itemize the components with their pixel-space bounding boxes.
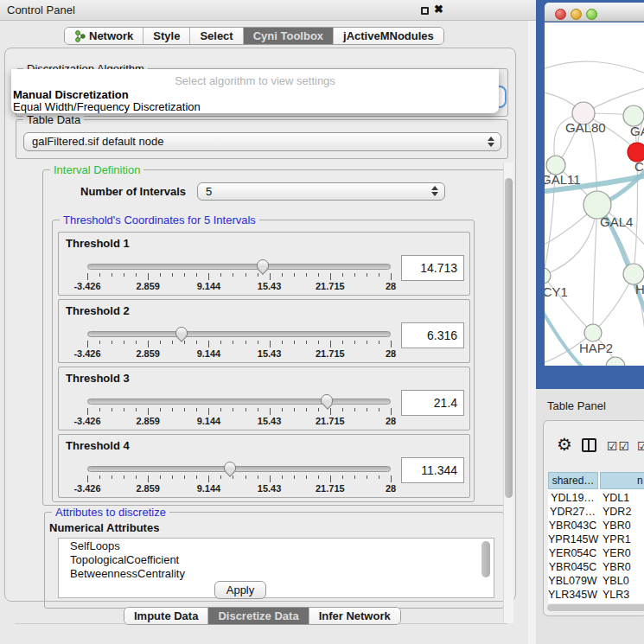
threshold-label: Threshold 4 — [66, 439, 130, 452]
table-row-YDL19[interactable]: YDL19…YDL1 — [548, 491, 644, 505]
interval-definition-group-title: Interval Definition — [50, 163, 143, 176]
gear-icon[interactable]: ⚙ — [557, 434, 572, 455]
combo-updown-icon — [431, 186, 438, 196]
tab-network[interactable]: Network — [65, 28, 143, 44]
slider-ticks — [87, 408, 391, 416]
tab-label: jActiveMNodules — [343, 29, 434, 42]
thresholds-group: Threshold's Coordinates for 5 Intervals … — [52, 220, 475, 502]
network-canvas[interactable]: GAL80GACGAL11GAL4GCY1HHAP2 — [545, 22, 644, 366]
slider-thumb[interactable] — [175, 327, 188, 337]
slider-thumb[interactable] — [224, 462, 236, 472]
network-node-label: GAL11 — [545, 172, 581, 187]
cell-name: YBL0 — [603, 574, 629, 588]
threshold-block-4: Threshold 4-3.4262.8599.14415.4321.71528… — [58, 434, 470, 498]
close-icon[interactable]: ✖ — [434, 3, 443, 16]
cell-shared-name: YLR345W — [548, 588, 597, 602]
numerical-attributes-list[interactable]: SelfLoopsTopologicalCoefficientBetweenne… — [58, 538, 494, 598]
tab-impute-data[interactable]: Impute Data — [124, 608, 208, 624]
slider-track[interactable] — [87, 466, 391, 472]
table-data-combo-value: galFiltered.sif default node — [32, 135, 163, 148]
panel-divider — [528, 0, 536, 644]
threshold-label: Threshold 3 — [66, 372, 130, 385]
columns-icon[interactable] — [582, 438, 596, 452]
tab-label: Network — [89, 29, 133, 42]
tab-label: Discretize Data — [218, 609, 298, 622]
mac-minimize-button[interactable] — [571, 9, 582, 20]
threshold-value-field[interactable]: 14.713 — [401, 255, 464, 281]
threshold-value-field[interactable]: 21.4 — [401, 390, 464, 416]
table-row-YBL079W[interactable]: YBL079WYBL0 — [548, 574, 644, 588]
settings-scrollbar-thumb[interactable] — [505, 178, 513, 498]
node-table: shared… n… YDL19…YDL1YDR27…YDR2YBR043CYB… — [548, 472, 644, 603]
float-window-icon[interactable] — [421, 7, 429, 15]
algorithm-popup-item-equal-width[interactable]: Equal Width/Frequency Discretization — [13, 100, 201, 113]
slider-scale-labels: -3.4262.8599.14415.4321.71528 — [87, 416, 391, 426]
threshold-value-field[interactable]: 6.316 — [401, 322, 464, 348]
table-h-scrollbar-thumb[interactable] — [547, 604, 644, 611]
tab-discretize-data[interactable]: Discretize Data — [208, 608, 309, 624]
table-h-scrollbar[interactable] — [545, 603, 644, 613]
table-data-combo[interactable]: galFiltered.sif default node — [23, 132, 501, 151]
tab-label: Style — [153, 29, 180, 42]
apply-button[interactable]: Apply — [214, 581, 266, 599]
tab-infer-network[interactable]: Infer Network — [309, 608, 400, 624]
network-node-label: GCY1 — [545, 284, 568, 299]
attribute-item-selfloops[interactable]: SelfLoops — [59, 539, 494, 552]
slider-thumb[interactable] — [321, 394, 333, 405]
network-node-label: GA — [630, 124, 644, 138]
number-of-intervals-combo[interactable]: 5 — [197, 182, 445, 201]
mac-zoom-button[interactable] — [586, 9, 597, 20]
number-of-intervals-value: 5 — [206, 185, 212, 198]
tab-jactivemnodules[interactable]: jActiveMNodules — [334, 28, 443, 44]
table-row-YLR345W[interactable]: YLR345WYLR3 — [548, 588, 644, 602]
table-row-YBR043C[interactable]: YBR043CYBR0 — [548, 519, 644, 532]
slider-track[interactable] — [87, 331, 391, 337]
network-node-label: C — [634, 159, 644, 174]
select-all-checkbox-icon[interactable]: ☑☑ — [607, 439, 630, 453]
tab-select[interactable]: Select — [190, 28, 243, 44]
cell-shared-name: YBL079W — [548, 574, 597, 588]
attributes-list-scrollbar[interactable] — [481, 541, 490, 577]
table-row-YBR045C[interactable]: YBR045CYBR0 — [548, 560, 644, 574]
slider-thumb[interactable] — [257, 259, 269, 270]
clipped-checkbox-icon[interactable]: ☑ — [637, 439, 644, 453]
slider-ticks — [87, 475, 391, 483]
slider-scale-labels: -3.4262.8599.14415.4321.71528 — [87, 348, 391, 359]
tab-style[interactable]: Style — [143, 28, 190, 44]
table-row-YER054C[interactable]: YER054CYER0 — [548, 546, 644, 560]
combo-updown-icon — [488, 137, 494, 147]
attribute-item-betweennesscentrality[interactable]: BetweennessCentrality — [59, 566, 494, 580]
threshold-label: Threshold 2 — [66, 304, 130, 317]
network-node-label: GAL4 — [600, 214, 633, 229]
attribute-item-topologicalcoefficient[interactable]: TopologicalCoefficient — [59, 552, 494, 566]
table-panel-title: Table Panel — [547, 399, 606, 412]
cell-name: YBR0 — [603, 519, 631, 532]
tab-cyni-toolbox[interactable]: Cyni Toolbox — [244, 28, 334, 44]
network-window-titlebar — [545, 3, 644, 22]
table-row-YDR27[interactable]: YDR27…YDR2 — [548, 505, 644, 519]
algorithm-popup-item-manual[interactable]: Manual Discretization — [13, 88, 129, 101]
network-node-label: GAL80 — [565, 120, 606, 135]
slider-track[interactable] — [87, 399, 391, 405]
table-data-group: Table Data galFiltered.sif default node — [16, 119, 508, 159]
table-data-group-title: Table Data — [23, 113, 84, 126]
cyni-toolbox-panel: Discretization Algorithm Table Data galF… — [4, 48, 516, 602]
slider-track[interactable] — [87, 264, 391, 270]
settings-scrollbar-track[interactable] — [503, 163, 513, 623]
thresholds-group-title: Threshold's Coordinates for 5 Intervals — [60, 214, 259, 226]
cell-name: YPR1 — [603, 532, 631, 546]
network-edge — [545, 61, 644, 74]
network-node[interactable] — [606, 357, 625, 366]
cell-shared-name: YDR27… — [548, 505, 597, 519]
column-header-name[interactable]: n… — [600, 472, 644, 489]
network-node-hap2[interactable] — [584, 324, 602, 341]
numerical-attributes-label: Numerical Attributes — [49, 521, 159, 534]
threshold-value-field[interactable]: 11.344 — [401, 457, 464, 483]
cell-name: YBR0 — [603, 560, 631, 574]
column-header-shared-name[interactable]: shared… — [548, 472, 598, 489]
tab-label: Impute Data — [134, 609, 198, 622]
cell-name: YLR3 — [603, 588, 629, 602]
mac-close-button[interactable] — [555, 9, 566, 20]
network-node-gcy1[interactable] — [545, 268, 551, 284]
table-row-YPR145W[interactable]: YPR145WYPR1 — [548, 532, 644, 546]
